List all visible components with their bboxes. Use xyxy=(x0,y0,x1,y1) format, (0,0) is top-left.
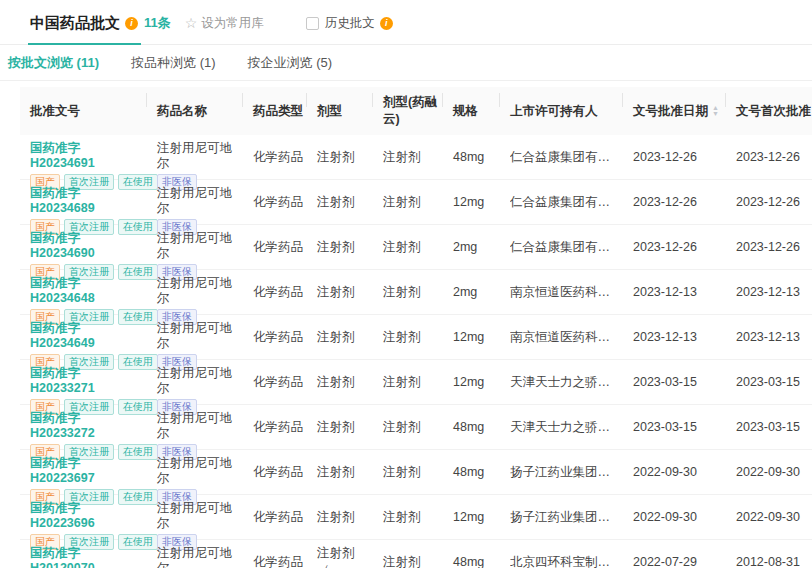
approval-date-cell: 2023-12-26 xyxy=(623,225,726,269)
col-holder: 上市许可持有人 xyxy=(500,87,623,135)
holder-cell: 仁合益康集团有限公司 xyxy=(500,180,623,224)
title-divider xyxy=(0,41,812,45)
dosage-form-cell: 注射剂 xyxy=(307,495,373,539)
dosage-form-cell: 注射剂 xyxy=(307,135,373,179)
dosage-form-yry-cell: 注射剂 xyxy=(373,135,443,179)
spec-cell: 2mg xyxy=(443,225,500,269)
drug-name-cell: 注射用尼可地尔 非医保 xyxy=(147,360,243,404)
approval-no-cell: 国药准字H20234691 国产首次注册在使用 xyxy=(20,135,147,179)
drug-name: 注射用尼可地尔 xyxy=(157,366,239,396)
drug-name-cell: 注射用尼可地尔 非医保 xyxy=(147,540,243,568)
approval-no-cell: 国药准字H20223697 国产首次注册在使用 xyxy=(20,450,147,494)
dosage-form-yry-cell: 注射剂 xyxy=(373,360,443,404)
page-title: 中国药品批文 xyxy=(30,14,120,33)
holder-cell: 南京恒道医药科技股份有限... xyxy=(500,315,623,359)
drug-name-cell: 注射用尼可地尔 非医保 xyxy=(147,315,243,359)
drug-name: 注射用尼可地尔 xyxy=(157,231,239,261)
holder-cell: 扬子江药业集团北京海燕药... xyxy=(500,495,623,539)
table-row: 国药准字H20233272 国产首次注册在使用 注射用尼可地尔 非医保 化学药品… xyxy=(20,405,812,450)
approval-no-cell: 国药准字H20234690 国产首次注册在使用 xyxy=(20,225,147,269)
holder-name: 北京四环科宝制药股份有限... xyxy=(510,554,619,568)
result-count: 11条 xyxy=(144,14,171,32)
set-favorite-button[interactable]: ☆ 设为常用库 xyxy=(185,15,264,32)
table-row: 国药准字H20234690 国产首次注册在使用 注射用尼可地尔 非医保 化学药品… xyxy=(20,225,812,270)
holder-cell: 天津天士力之骄药业有限公... xyxy=(500,405,623,449)
page-header: 中国药品批文 i 11条 ☆ 设为常用库 历史批文 i xyxy=(0,0,812,34)
drug-type-cell: 化学药品 xyxy=(243,315,307,359)
set-favorite-label: 设为常用库 xyxy=(201,15,264,32)
drug-name-cell: 注射用尼可地尔 非医保 xyxy=(147,270,243,314)
approval-no-cell: 国药准字H20120070 国产再注册在使用 xyxy=(20,540,147,568)
drug-type-cell: 化学药品 xyxy=(243,270,307,314)
approval-no-link[interactable]: 国药准字H20120070 xyxy=(30,546,143,568)
first-approval-date-cell: 2022-09-30 xyxy=(726,495,812,539)
first-approval-date-cell: 2023-03-15 xyxy=(726,405,812,449)
title-info-icon[interactable]: i xyxy=(125,17,138,30)
drug-type-cell: 化学药品 xyxy=(243,135,307,179)
holder-name: 仁合益康集团有限公司 xyxy=(510,194,619,211)
drug-type-cell: 化学药品 xyxy=(243,495,307,539)
view-tabs: 按批文浏览 (11) 按品种浏览 (1) 按企业浏览 (5) xyxy=(0,45,812,81)
first-approval-date-cell: 2012-08-31 xyxy=(726,540,812,568)
table-row: 国药准字H20233271 国产首次注册在使用 注射用尼可地尔 非医保 化学药品… xyxy=(20,360,812,405)
dosage-form-cell: 注射剂 xyxy=(307,315,373,359)
dosage-form-yry-cell: 注射剂 xyxy=(373,405,443,449)
holder-cell: 北京四环科宝制药股份有限... xyxy=(500,540,623,568)
drug-name-cell: 注射用尼可地尔 非医保 xyxy=(147,135,243,179)
approval-no-link[interactable]: 国药准字H20234689 xyxy=(30,186,143,216)
dosage-form-cell: 注射剂 xyxy=(307,270,373,314)
first-approval-date-cell: 2022-09-30 xyxy=(726,450,812,494)
dosage-form-cell: 注射剂 xyxy=(307,450,373,494)
drug-name-cell: 注射用尼可地尔 非医保 xyxy=(147,450,243,494)
table-row: 国药准字H20234649 国产首次注册在使用 注射用尼可地尔 非医保 化学药品… xyxy=(20,315,812,360)
col-drug-name: 药品名称 xyxy=(147,87,243,135)
table-row: 国药准字H20223697 国产首次注册在使用 注射用尼可地尔 非医保 化学药品… xyxy=(20,450,812,495)
drug-approval-page: 中国药品批文 i 11条 ☆ 设为常用库 历史批文 i 按批文浏览 (11) 按… xyxy=(0,0,812,568)
approval-no-cell: 国药准字H20223696 国产首次注册在使用 xyxy=(20,495,147,539)
approval-no-link[interactable]: 国药准字H20223697 xyxy=(30,456,143,486)
approval-no-link[interactable]: 国药准字H20234649 xyxy=(30,321,143,351)
history-checkbox[interactable] xyxy=(306,17,319,30)
history-filter: 历史批文 i xyxy=(306,15,393,32)
col-first-approval-date: 文号首次批准日期 xyxy=(726,87,812,135)
approval-no-link[interactable]: 国药准字H20233272 xyxy=(30,411,143,441)
col-spec: 规格 xyxy=(443,87,500,135)
drug-name: 注射用尼可地尔 xyxy=(157,321,239,351)
approval-no-link[interactable]: 国药准字H20234648 xyxy=(30,276,143,306)
drug-name-cell: 注射用尼可地尔 非医保 xyxy=(147,405,243,449)
spec-cell: 2mg xyxy=(443,270,500,314)
drug-name: 注射用尼可地尔 xyxy=(157,276,239,306)
drug-name: 注射用尼可地尔 xyxy=(157,546,239,568)
col-dosage-form-yry: 剂型(药融云) xyxy=(373,87,443,135)
drug-name: 注射用尼可地尔 xyxy=(157,141,239,171)
approval-date-cell: 2023-12-13 xyxy=(623,270,726,314)
drug-name-cell: 注射用尼可地尔 非医保 xyxy=(147,180,243,224)
approval-no-link[interactable]: 国药准字H20234690 xyxy=(30,231,143,261)
dosage-form-yry-cell: 注射剂 xyxy=(373,225,443,269)
approval-no-link[interactable]: 国药准字H20234691 xyxy=(30,141,143,171)
table-row: 国药准字H20120070 国产再注册在使用 注射用尼可地尔 非医保 化学药品 … xyxy=(20,540,812,568)
tab-by-approval[interactable]: 按批文浏览 (11) xyxy=(8,54,99,72)
dosage-form-cell: 注射剂 xyxy=(307,225,373,269)
tab-by-company[interactable]: 按企业浏览 (5) xyxy=(248,54,333,72)
tab-by-variety[interactable]: 按品种浏览 (1) xyxy=(131,54,216,72)
sort-icon[interactable]: ▲ ▼ xyxy=(712,105,719,117)
dosage-form-yry-cell: 注射剂 xyxy=(373,495,443,539)
approval-no-link[interactable]: 国药准字H20233271 xyxy=(30,366,143,396)
approval-no-link[interactable]: 国药准字H20223696 xyxy=(30,501,143,531)
table-row: 国药准字H20234689 国产首次注册在使用 注射用尼可地尔 非医保 化学药品… xyxy=(20,180,812,225)
drug-type-cell: 化学药品 xyxy=(243,180,307,224)
dosage-form-yry-cell: 注射剂 xyxy=(373,315,443,359)
table-row: 国药准字H20234648 国产首次注册在使用 注射用尼可地尔 非医保 化学药品… xyxy=(20,270,812,315)
approval-date-cell: 2022-09-30 xyxy=(623,495,726,539)
first-approval-date-cell: 2023-12-26 xyxy=(726,180,812,224)
dosage-form-yry-cell: 注射剂 xyxy=(373,270,443,314)
approval-date-cell: 2023-12-26 xyxy=(623,135,726,179)
holder-cell: 扬子江药业集团北京海燕药... xyxy=(500,450,623,494)
col-approval-date[interactable]: 文号批准日期 ▲ ▼ xyxy=(623,87,726,135)
dosage-form-cell: 注射剂 xyxy=(307,180,373,224)
drug-name-cell: 注射用尼可地尔 非医保 xyxy=(147,495,243,539)
star-icon: ☆ xyxy=(185,15,198,31)
history-info-icon[interactable]: i xyxy=(380,17,393,30)
dosage-form-yry-cell: 注射剂 xyxy=(373,540,443,568)
